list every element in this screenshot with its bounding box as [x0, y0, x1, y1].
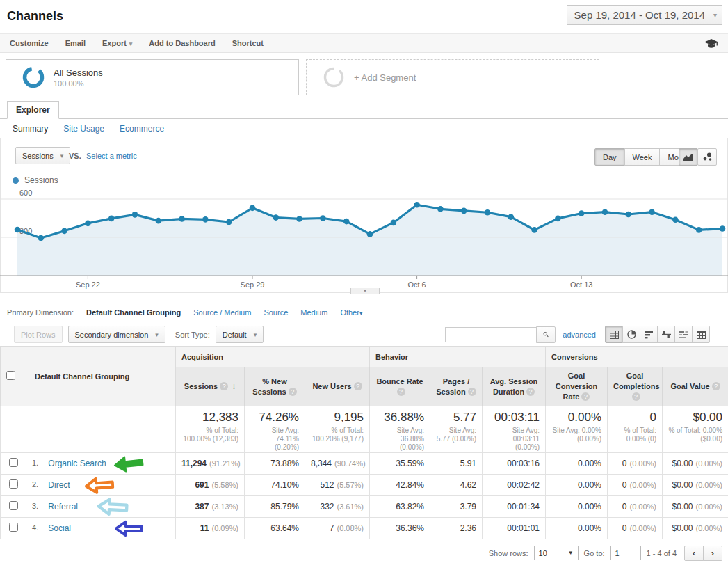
- row-checkbox[interactable]: [9, 479, 18, 489]
- line-chart-icon[interactable]: [679, 148, 698, 166]
- dimension-other-dropdown[interactable]: Other▾: [340, 308, 362, 317]
- table-search: advanced: [445, 326, 606, 343]
- add-segment-button[interactable]: + Add Segment: [306, 59, 599, 95]
- pivot-view-icon[interactable]: [692, 326, 710, 343]
- sort-type-label: Sort Type:: [175, 331, 210, 339]
- prev-page-icon[interactable]: ‹: [684, 546, 704, 561]
- column-header-new-sessions[interactable]: % New Sessions?: [245, 367, 305, 406]
- help-icon[interactable]: ?: [712, 382, 720, 390]
- help-icon[interactable]: ?: [526, 388, 535, 396]
- goto-page-input[interactable]: [610, 546, 641, 560]
- table-row: 1. Organic Search 11,294(91.21%) 73.88% …: [1, 453, 728, 475]
- dimension-source-link[interactable]: Source: [264, 308, 288, 317]
- search-input[interactable]: [445, 327, 536, 342]
- help-icon[interactable]: ?: [289, 388, 297, 396]
- advanced-search-link[interactable]: advanced: [563, 331, 596, 339]
- sort-type-dropdown[interactable]: Default ▾: [216, 326, 264, 343]
- column-header-goal-value[interactable]: Goal Value?: [663, 367, 728, 406]
- column-header-avg-session-duration[interactable]: Avg. Session Duration?: [483, 367, 546, 406]
- total-avg-session-duration: 00:03:11Site Avg: 00:03:11 (0.00%): [483, 406, 546, 453]
- show-rows-select[interactable]: 10 ▼: [534, 546, 579, 560]
- date-range-selector[interactable]: Sep 19, 2014 - Oct 19, 2014 ▾: [567, 5, 722, 25]
- term-cloud-view-icon[interactable]: [674, 326, 693, 343]
- motion-chart-icon[interactable]: [697, 148, 717, 166]
- tab-explorer[interactable]: Explorer: [7, 101, 59, 119]
- column-header-pages-session[interactable]: Pages / Session?: [430, 367, 483, 406]
- group-header-acquisition: Acquisition: [176, 347, 370, 367]
- chevron-down-icon: ▾: [359, 310, 363, 317]
- total-goal-completions: 0% of Total: 0.00% (0): [608, 406, 663, 453]
- granularity-week-button[interactable]: Week: [624, 148, 661, 166]
- channel-link-referral[interactable]: Referral: [48, 501, 78, 511]
- performance-view-icon[interactable]: [640, 326, 658, 343]
- export-button[interactable]: Export▾: [102, 39, 132, 47]
- secondary-dimension-dropdown[interactable]: Secondary dimension ▾: [68, 326, 165, 343]
- group-header-behavior: Behavior: [370, 347, 546, 367]
- graduation-cap-icon[interactable]: [704, 38, 718, 49]
- channel-link-organic-search[interactable]: Organic Search: [48, 458, 106, 468]
- primary-dimension-bar: Primary Dimension: Default Channel Group…: [0, 308, 728, 317]
- column-header-goal-conversion-rate[interactable]: Goal Conversion Rate?: [546, 367, 608, 406]
- chevron-down-icon: ▾: [60, 152, 64, 159]
- segment-all-sessions[interactable]: All Sessions 100.00%: [6, 59, 299, 95]
- channel-link-social[interactable]: Social: [48, 523, 71, 532]
- chart-type-toggle: [679, 148, 717, 166]
- primary-dimension-label: Primary Dimension:: [7, 308, 74, 317]
- email-button[interactable]: Email: [65, 39, 86, 47]
- subnav-site-usage[interactable]: Site Usage: [63, 124, 104, 134]
- svg-text:Sep 29: Sep 29: [241, 280, 265, 289]
- column-header-goal-completions[interactable]: Goal Completions?: [608, 367, 663, 406]
- add-to-dashboard-button[interactable]: Add to Dashboard: [149, 39, 215, 47]
- table-footer: Show rows: 10 ▼ Go to: 1 - 4 of 4 ‹ ›: [0, 543, 728, 563]
- segment-name: All Sessions: [54, 68, 103, 78]
- column-header-sessions[interactable]: Sessions?↓: [176, 367, 245, 406]
- row-checkbox[interactable]: [9, 501, 18, 510]
- row-checkbox[interactable]: [9, 458, 18, 467]
- table-view-icon[interactable]: [605, 326, 623, 343]
- column-header-bounce-rate[interactable]: Bounce Rate?: [370, 367, 430, 406]
- next-page-icon[interactable]: ›: [703, 546, 722, 561]
- column-header-new-users[interactable]: New Users?: [305, 367, 370, 406]
- sort-desc-icon: ↓: [232, 381, 236, 391]
- help-icon[interactable]: ?: [468, 388, 476, 396]
- chevron-down-icon: ▾: [155, 331, 159, 338]
- empty-segment-ring-icon: [322, 65, 346, 89]
- vs-label: VS.: [69, 152, 81, 160]
- pagination: ‹ ›: [685, 546, 722, 561]
- comparison-view-icon[interactable]: [657, 326, 675, 343]
- pagination-range: 1 - 4 of 4: [647, 549, 677, 557]
- select-all-checkbox-cell: [1, 347, 26, 406]
- dimension-source-medium-link[interactable]: Source / Medium: [193, 308, 251, 317]
- help-icon[interactable]: ?: [220, 382, 228, 390]
- legend-dot-icon: [13, 177, 19, 184]
- help-icon[interactable]: ?: [632, 392, 640, 401]
- search-icon[interactable]: [536, 326, 556, 343]
- tab-strip: Explorer: [0, 101, 728, 119]
- annotation-arrow-icon: [95, 496, 131, 517]
- metric-selector-dropdown[interactable]: Sessions ▾: [15, 147, 70, 164]
- customize-button[interactable]: Customize: [10, 39, 49, 47]
- chevron-down-icon: ▾: [254, 331, 257, 338]
- table-row: 3. Referral 387(3.13%) 85.79% 332(3.61%)…: [1, 496, 728, 518]
- chart-collapse-handle[interactable]: ▾: [350, 288, 380, 294]
- segment-ring-icon: [22, 65, 45, 89]
- subnav-summary[interactable]: Summary: [13, 124, 48, 134]
- dimension-medium-link[interactable]: Medium: [300, 308, 327, 317]
- table-row: 4. Social 11(0.09%) 63.64% 7(0.08%) 36.3…: [1, 518, 728, 539]
- help-icon[interactable]: ?: [581, 392, 590, 401]
- shortcut-button[interactable]: Shortcut: [232, 39, 264, 47]
- dimension-default-channel-grouping[interactable]: Default Channel Grouping: [86, 308, 181, 317]
- channel-link-direct[interactable]: Direct: [48, 479, 70, 489]
- select-all-checkbox[interactable]: [6, 371, 15, 380]
- subnav-ecommerce[interactable]: Ecommerce: [120, 124, 164, 134]
- total-bounce-rate: 36.88%Site Avg: 36.88% (0.00%): [370, 406, 430, 453]
- row-checkbox[interactable]: [9, 523, 18, 532]
- column-header-dimension[interactable]: Default Channel Grouping: [26, 347, 176, 406]
- plot-rows-button[interactable]: Plot Rows: [14, 326, 63, 343]
- totals-row: 12,383% of Total: 100.00% (12,383) 74.26…: [1, 406, 728, 453]
- help-icon[interactable]: ?: [354, 382, 362, 390]
- granularity-day-button[interactable]: Day: [594, 148, 625, 166]
- select-a-metric-link[interactable]: Select a metric: [86, 152, 137, 160]
- help-icon[interactable]: ?: [397, 388, 405, 396]
- percentage-view-icon[interactable]: [622, 326, 640, 343]
